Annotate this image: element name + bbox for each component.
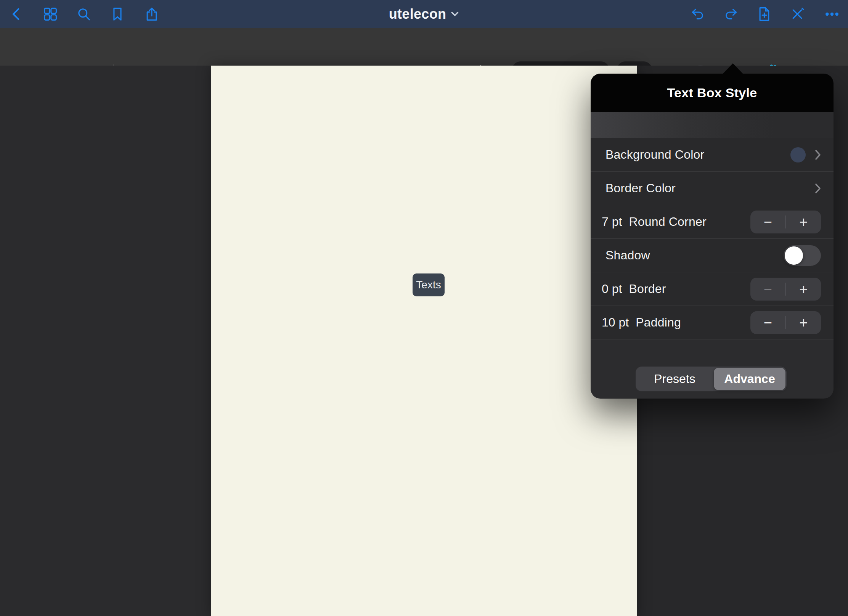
round-corner-value: 7 pt [602, 215, 622, 229]
minus-button[interactable]: − [750, 315, 785, 330]
document-title-text: utelecon [389, 6, 446, 22]
top-navigation-bar: utelecon [0, 0, 848, 28]
back-chevron-icon [9, 6, 24, 23]
bookmark-button[interactable] [110, 6, 125, 22]
undo-button[interactable] [690, 6, 705, 22]
thumbnails-button[interactable] [43, 6, 58, 22]
shadow-toggle-off[interactable] [784, 245, 821, 266]
row-label: Round Corner [629, 215, 706, 229]
undo-icon [690, 6, 705, 23]
popover-header: Text Box Style [591, 74, 834, 112]
round-corner-stepper: − + [750, 211, 821, 233]
border-width-value: 0 pt [602, 282, 622, 296]
notebook-page[interactable]: Texts [211, 66, 637, 616]
share-button[interactable] [144, 6, 159, 22]
document-title[interactable]: utelecon [389, 0, 459, 28]
minus-button-disabled[interactable]: − [750, 282, 785, 296]
more-options-button[interactable] [824, 6, 840, 22]
chevron-right-icon [815, 150, 821, 160]
redo-icon [723, 6, 739, 23]
padding-value: 10 pt [602, 315, 629, 330]
row-padding: 10 pt Padding − + [591, 306, 834, 339]
row-label: Border Color [602, 181, 676, 195]
bookmark-icon [110, 6, 125, 23]
row-label: Border [629, 282, 666, 296]
back-button[interactable] [9, 6, 24, 22]
stop-editing-button[interactable] [790, 6, 805, 22]
presets-advance-segmented-control: Presets Advance [636, 367, 787, 391]
row-shadow: Shadow [591, 239, 834, 272]
pencil-cross-icon [790, 6, 805, 22]
row-label: Background Color [602, 148, 704, 162]
row-background-color[interactable]: Background Color [591, 138, 834, 172]
text-object[interactable]: Texts [413, 273, 445, 296]
share-icon [144, 6, 159, 23]
search-icon [76, 6, 92, 23]
padding-stepper: − + [750, 311, 821, 334]
border-width-stepper: − + [750, 278, 821, 301]
chevron-right-icon [815, 183, 821, 194]
plus-button[interactable]: + [786, 315, 821, 330]
background-color-swatch [790, 147, 806, 162]
ellipsis-icon [824, 6, 840, 23]
popover-footer: Presets Advance [591, 339, 834, 398]
plus-button[interactable]: + [786, 282, 821, 296]
minus-button[interactable]: − [750, 215, 785, 229]
search-button[interactable] [76, 6, 92, 22]
plus-button[interactable]: + [786, 215, 821, 229]
textbox-style-popover: Text Box Style Background Color Border C… [591, 74, 834, 399]
tab-presets[interactable]: Presets [636, 367, 714, 391]
popover-arrow [723, 63, 743, 74]
row-label: Padding [636, 315, 681, 330]
row-label: Shadow [602, 248, 650, 262]
text-object-content: Texts [416, 279, 441, 291]
popover-preview-band [591, 112, 834, 138]
toggle-knob [785, 246, 803, 265]
redo-button[interactable] [723, 6, 739, 22]
row-border-width: 0 pt Border − + [591, 272, 834, 306]
chevron-down-icon [451, 11, 459, 18]
add-page-icon [756, 6, 772, 23]
app-screen: utelecon [0, 0, 848, 616]
tools-toolbar: a [0, 28, 848, 66]
grid-icon [43, 6, 58, 22]
row-round-corner: 7 pt Round Corner − + [591, 205, 834, 239]
add-page-button[interactable] [756, 6, 772, 22]
popover-title: Text Box Style [667, 85, 757, 100]
tab-advance-selected[interactable]: Advance [714, 368, 785, 390]
row-border-color[interactable]: Border Color [591, 172, 834, 205]
